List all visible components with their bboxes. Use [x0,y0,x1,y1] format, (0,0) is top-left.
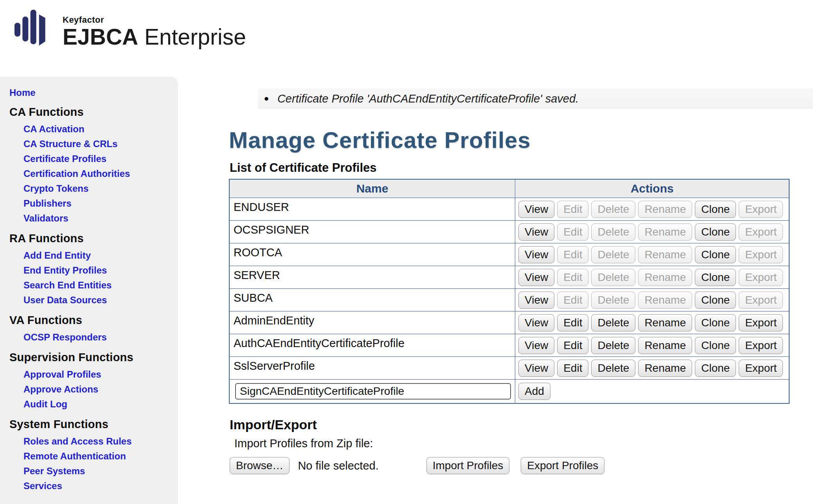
sidebar: Home CA FunctionsCA ActivationCA Structu… [0,77,178,504]
column-header-name: Name [229,179,515,198]
sidebar-item-audit-log[interactable]: Audit Log [9,397,174,412]
sidebar-item-end-entity-profiles[interactable]: End Entity Profiles [9,263,174,278]
profile-actions: ViewEditDeleteRenameCloneExport [515,357,790,380]
sidebar-item-certificate-profiles[interactable]: Certificate Profiles [9,151,174,166]
view-button[interactable]: View [518,337,554,354]
view-button[interactable]: View [518,246,554,263]
clone-button[interactable]: Clone [695,314,736,331]
table-header-row: Name Actions [229,179,789,198]
table-row: ROOTCAViewEditDeleteRenameCloneExport [229,243,789,266]
sidebar-item-ca-activation[interactable]: CA Activation [9,122,174,137]
edit-button[interactable]: Edit [557,314,588,331]
delete-button: Delete [591,201,635,218]
rename-button[interactable]: Rename [638,360,692,377]
export-button[interactable]: Export [739,360,783,377]
profile-name: ROOTCA [229,243,515,266]
status-message: • Certificate Profile 'AuthCAEndEntityCe… [258,88,813,109]
sidebar-item-search-end-entities[interactable]: Search End Entities [9,278,174,293]
new-profile-name-input[interactable] [235,383,511,400]
view-button[interactable]: View [518,223,554,241]
sidebar-item-home[interactable]: Home [9,86,174,99]
certificate-profiles-table: Name Actions ENDUSERViewEditDeleteRename… [229,179,790,404]
export-button: Export [739,292,783,309]
view-button[interactable]: View [518,201,554,218]
delete-button[interactable]: Delete [591,360,635,377]
bullet-icon: • [264,92,269,105]
profile-name: ENDUSER [229,198,515,221]
sidebar-item-approve-actions[interactable]: Approve Actions [9,382,174,397]
clone-button[interactable]: Clone [695,269,736,286]
list-heading: List of Certificate Profiles [230,161,813,175]
view-button[interactable]: View [518,360,554,377]
clone-button[interactable]: Clone [695,201,736,218]
profile-actions: ViewEditDeleteRenameCloneExport [515,243,790,266]
sidebar-item-services[interactable]: Services [9,479,174,493]
product-name-light: Enterprise [138,24,246,49]
browse-button[interactable]: Browse… [230,457,290,474]
main-content: • Certificate Profile 'AuthCAEndEntityCe… [229,77,813,474]
view-button[interactable]: View [518,269,554,286]
import-profiles-button[interactable]: Import Profiles [426,457,510,474]
view-button[interactable]: View [518,292,554,309]
brand-name: Keyfactor [63,15,246,25]
view-button[interactable]: View [518,314,554,331]
delete-button: Delete [591,269,635,286]
rename-button: Rename [638,269,692,286]
rename-button[interactable]: Rename [638,314,692,331]
export-profiles-button[interactable]: Export Profiles [521,457,604,474]
sidebar-item-ca-structure-crls[interactable]: CA Structure & CRLs [9,137,174,151]
edit-button: Edit [557,201,588,218]
clone-button[interactable]: Clone [695,292,736,309]
export-button: Export [739,201,783,218]
export-button[interactable]: Export [739,337,783,354]
import-export-controls: Browse… No file selected. Import Profile… [230,457,813,474]
column-header-actions: Actions [515,179,790,198]
edit-button: Edit [557,292,588,309]
rename-button[interactable]: Rename [638,337,692,354]
profile-actions: ViewEditDeleteRenameCloneExport [515,266,790,289]
delete-button[interactable]: Delete [591,314,635,331]
profile-name: SUBCA [229,289,515,311]
sidebar-item-approval-profiles[interactable]: Approval Profiles [9,367,174,382]
export-button[interactable]: Export [739,314,783,331]
nav-section-ca-functions: CA Functions [9,106,174,119]
sidebar-item-publishers[interactable]: Publishers [9,196,174,211]
delete-button: Delete [591,292,635,309]
rename-button: Rename [638,223,692,241]
edit-button[interactable]: Edit [557,360,588,377]
sidebar-item-remote-authentication[interactable]: Remote Authentication [9,449,174,464]
nav-section-supervision-functions: Supervision Functions [9,351,174,364]
delete-button: Delete [591,246,635,263]
nav-section-ra-functions: RA Functions [9,232,174,245]
page-title: Manage Certificate Profiles [229,127,813,153]
sidebar-item-crypto-tokens[interactable]: Crypto Tokens [9,181,174,196]
sidebar-item-ocsp-responders[interactable]: OCSP Responders [9,330,174,345]
sidebar-item-peer-systems[interactable]: Peer Systems [9,464,174,479]
import-export-heading: Import/Export [230,417,813,432]
logo-text: Keyfactor EJBCA Enterprise [63,15,246,49]
edit-button[interactable]: Edit [557,337,588,354]
profile-name: OCSPSIGNER [229,221,515,243]
clone-button[interactable]: Clone [695,360,736,377]
sidebar-item-add-end-entity[interactable]: Add End Entity [9,248,174,263]
new-profile-actions-cell: Add [515,380,790,404]
add-button[interactable]: Add [518,383,550,400]
sidebar-item-roles-and-access-rules[interactable]: Roles and Access Rules [9,434,174,449]
sidebar-item-user-data-sources[interactable]: User Data Sources [9,293,174,308]
table-row: AuthCAEndEntityCertificateProfileViewEdi… [229,334,789,357]
rename-button: Rename [638,246,692,263]
delete-button[interactable]: Delete [591,337,635,354]
export-button: Export [739,223,783,241]
nav-section-va-functions: VA Functions [9,314,174,327]
export-button: Export [739,246,783,263]
clone-button[interactable]: Clone [695,246,736,263]
profile-name: SERVER [229,266,515,289]
clone-button[interactable]: Clone [695,337,736,354]
sidebar-item-validators[interactable]: Validators [9,211,174,226]
status-message-text: Certificate Profile 'AuthCAEndEntityCert… [277,92,579,105]
product-name: EJBCA Enterprise [63,25,246,49]
sidebar-item-certification-authorities[interactable]: Certification Authorities [9,166,174,181]
profile-actions: ViewEditDeleteRenameCloneExport [515,289,790,311]
table-row: SUBCAViewEditDeleteRenameCloneExport [229,289,789,311]
clone-button[interactable]: Clone [695,223,736,241]
